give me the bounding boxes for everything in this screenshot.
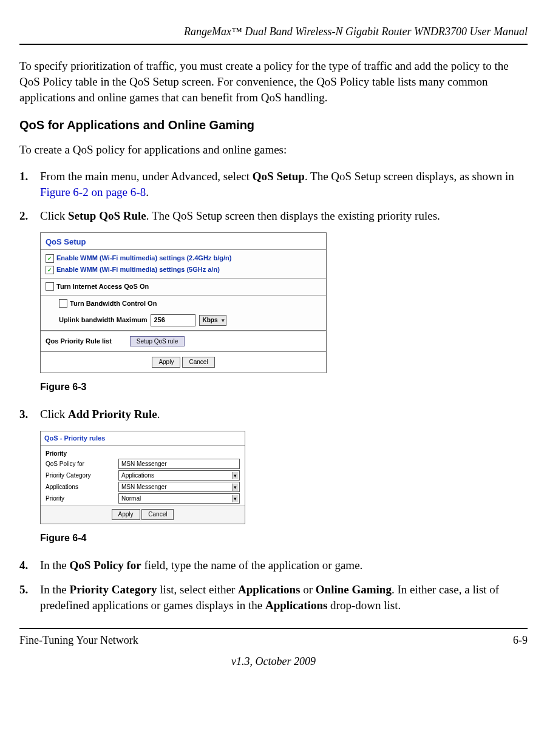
policy-for-input[interactable]: MSN Messenger (118, 459, 240, 469)
step-2-text-b: . The QoS Setup screen then displays the… (146, 209, 440, 222)
wmm-24-checkbox[interactable]: ✓ (46, 254, 54, 263)
step-2-text-a: Click (40, 209, 68, 222)
step-3-bold: Add Priority Rule (68, 408, 157, 420)
setup-qos-rule-button[interactable]: Setup QoS rule (130, 336, 185, 347)
qos-setup-screenshot: QoS Setup ✓ Enable WMM (Wi-Fi multimedia… (40, 232, 327, 373)
priority-heading: Priority (46, 450, 240, 458)
bw-control-checkbox[interactable] (59, 299, 67, 308)
applications-label: Applications (46, 483, 118, 491)
step-2: Click Setup QoS Rule. The QoS Setup scre… (19, 208, 528, 224)
step-3: Click Add Priority Rule. (19, 407, 528, 422)
step-1-text-b: . The QoS Setup screen displays, as show… (305, 170, 514, 183)
step-5-bold-3: Online Gaming (316, 583, 392, 596)
priority-category-label: Priority Category (46, 471, 118, 480)
subheading-qos-apps: QoS for Applications and Online Gaming (19, 117, 528, 133)
qos-apply-button[interactable]: Apply (152, 357, 180, 368)
uplink-unit-select[interactable]: Kbps (199, 315, 226, 326)
step-4-text-b: field, type the name of the application … (141, 559, 363, 572)
priority-label: Priority (46, 494, 118, 503)
step-5: In the Priority Category list, select ei… (19, 582, 528, 613)
wmm-5-checkbox[interactable]: ✓ (46, 266, 54, 274)
step-3-text-a: Click (40, 408, 68, 420)
step-1-text-c: . (146, 186, 149, 198)
priority-rules-screenshot: QoS - Priority rules Priority QoS Policy… (40, 431, 245, 524)
priority-apply-button[interactable]: Apply (112, 509, 140, 520)
step-4-bold: QoS Policy for (70, 559, 141, 572)
qos-cancel-button[interactable]: Cancel (182, 357, 214, 368)
footer-section-title: Fine-Tuning Your Network (19, 633, 138, 647)
wmm-24-label: Enable WMM (Wi-Fi multimedia) settings (… (56, 254, 231, 263)
lead-sentence: To create a QoS policy for applications … (19, 142, 528, 158)
step-1-text-a: From the main menu, under Advanced, sele… (40, 170, 253, 183)
step-5-bold-4: Applications (265, 599, 327, 612)
step-5-bold-2: Applications (238, 583, 300, 596)
step-4: In the QoS Policy for field, type the na… (19, 558, 528, 573)
rule-list-label: Qos Priority Rule list (46, 337, 112, 346)
step-5-text-b: list, select either (157, 583, 238, 596)
priority-select[interactable]: Normal (118, 493, 240, 504)
internet-qos-checkbox[interactable] (46, 282, 54, 291)
page-header-title: RangeMax™ Dual Band Wireless-N Gigabit R… (19, 24, 528, 39)
step-1-xref[interactable]: Figure 6-2 on page 6-8 (40, 186, 146, 198)
uplink-bandwidth-input[interactable]: 256 (151, 314, 195, 326)
qos-setup-title: QoS Setup (41, 233, 326, 250)
priority-category-select[interactable]: Applications (118, 470, 240, 481)
priority-cancel-button[interactable]: Cancel (141, 509, 174, 520)
step-4-text-a: In the (40, 559, 70, 572)
step-5-bold-1: Priority Category (70, 583, 157, 596)
step-1-bold: QoS Setup (253, 170, 305, 183)
step-5-text-a: In the (40, 583, 70, 596)
applications-select[interactable]: MSN Messenger (118, 482, 240, 492)
bw-control-label: Turn Bandwidth Control On (70, 299, 157, 308)
footer-page-number: 6-9 (513, 633, 528, 647)
footer-version: v1.3, October 2009 (19, 654, 528, 669)
priority-rules-title: QoS - Priority rules (41, 431, 245, 446)
internet-qos-label: Turn Internet Access QoS On (56, 282, 149, 291)
step-2-bold: Setup QoS Rule (68, 209, 146, 222)
wmm-5-label: Enable WMM (Wi-Fi multimedia) settings (… (56, 265, 220, 274)
header-rule (19, 44, 528, 45)
figure-6-3-caption: Figure 6-3 (40, 380, 528, 394)
policy-for-label: QoS Policy for (46, 460, 118, 468)
figure-6-4-caption: Figure 6-4 (40, 532, 528, 545)
step-1: From the main menu, under Advanced, sele… (19, 169, 528, 200)
step-5-text-e: drop-down list. (327, 599, 401, 612)
intro-paragraph: To specify prioritization of traffic, yo… (19, 58, 528, 105)
step-3-text-b: . (157, 408, 160, 420)
uplink-label: Uplink bandwidth Maximum (59, 316, 147, 325)
footer-rule (19, 628, 528, 629)
step-5-text-c: or (300, 583, 315, 596)
